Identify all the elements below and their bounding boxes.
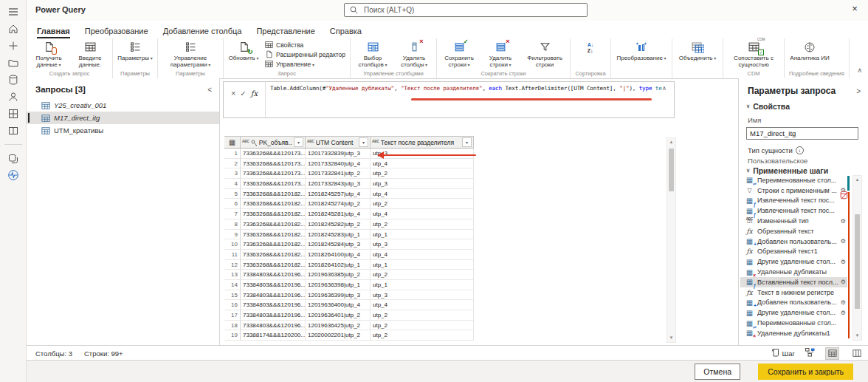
collapse-queries-icon[interactable] bbox=[207, 86, 212, 94]
applied-step[interactable]: Удаленные дубликаты bbox=[740, 267, 847, 277]
scroll-up-icon[interactable] bbox=[853, 176, 861, 184]
column-filter-icon[interactable] bbox=[294, 137, 303, 147]
search-box[interactable] bbox=[344, 3, 588, 17]
collapse-settings-icon[interactable] bbox=[856, 87, 861, 95]
step-settings-gear-icon[interactable] bbox=[841, 310, 846, 316]
column-filter-icon[interactable] bbox=[359, 137, 368, 147]
table-row[interactable]: 11 73363268&&&120182... 12018264100|utp_… bbox=[224, 250, 474, 260]
table-row[interactable]: 16 73384803&&&120196... 12019636400|utp_… bbox=[224, 300, 474, 310]
manage-button[interactable]: Управление bbox=[265, 60, 345, 68]
formula-cancel-icon[interactable] bbox=[231, 86, 235, 99]
database-icon[interactable] bbox=[7, 74, 19, 86]
save-and-close-button[interactable]: Сохранить и закрыть bbox=[758, 364, 853, 380]
query-item[interactable]: UTM_креативы bbox=[27, 124, 219, 137]
column-filter-icon[interactable] bbox=[462, 137, 472, 147]
menu-icon[interactable] bbox=[7, 6, 19, 18]
table-row[interactable]: 10 73363268&&&120182... 12018245284|utp_… bbox=[224, 239, 474, 250]
manage-parameters-button[interactable]: Управление параметрами bbox=[159, 38, 221, 70]
applied-step[interactable]: Добавлен пользователь... bbox=[740, 298, 847, 308]
schema-view-icon[interactable] bbox=[850, 347, 864, 360]
query-name-input[interactable] bbox=[746, 127, 858, 140]
cancel-button[interactable]: Отмена bbox=[695, 364, 740, 380]
table-row[interactable]: 5 73363268&&&120182... 12018245257|utp_4… bbox=[224, 189, 474, 199]
new-icon[interactable] bbox=[7, 40, 19, 52]
applied-step[interactable]: Удаленные дубликаты1 bbox=[740, 328, 847, 338]
combine-button[interactable]: Объединить bbox=[674, 38, 721, 70]
user-icon[interactable] bbox=[7, 91, 19, 103]
close-icon[interactable] bbox=[849, 3, 861, 15]
step-settings-gear-icon[interactable] bbox=[841, 279, 846, 285]
properties-button[interactable]: Свойства bbox=[265, 41, 345, 49]
applied-step[interactable]: Переименованные стол... bbox=[740, 175, 847, 185]
ai-insights-button[interactable]: Аналитика ИИ bbox=[786, 38, 833, 70]
table-row[interactable]: 4 73363268&&&120173... 12017332843|utp_3… bbox=[224, 179, 474, 189]
ribbon-tab[interactable]: Представление bbox=[249, 27, 322, 38]
formula-collapse-icon[interactable] bbox=[662, 82, 674, 117]
applied-step[interactable]: Измененный тип bbox=[740, 216, 847, 226]
get-data-button[interactable]: Получить данные bbox=[28, 38, 69, 70]
column-header-pk[interactable]: ABC PK_объяв... bbox=[241, 137, 306, 148]
column-header-utm-content[interactable]: ABC UTM Content bbox=[306, 137, 371, 148]
step-view-button[interactable]: Шаг bbox=[771, 348, 795, 358]
applied-step[interactable]: Вставленный текст посл... bbox=[740, 277, 847, 287]
layers-icon[interactable] bbox=[7, 152, 19, 164]
applied-step[interactable]: Текст в нижнем регистре bbox=[740, 287, 847, 298]
ribbon-tab[interactable]: Преобразование bbox=[78, 27, 156, 38]
table-row[interactable]: 18 73384803&&&120196... 12019636425|utp_… bbox=[224, 321, 474, 331]
remove-rows-button[interactable]: Удалить строки bbox=[480, 38, 521, 70]
applied-step[interactable]: Обрезанный текст1 bbox=[740, 247, 847, 257]
ribbon-tab[interactable]: Главная bbox=[30, 27, 78, 38]
scroll-down-icon[interactable] bbox=[667, 334, 675, 342]
grid-vertical-scrollbar[interactable] bbox=[666, 137, 676, 343]
delete-step-icon[interactable] bbox=[740, 279, 741, 285]
remove-columns-button[interactable]: Удалить столбцы bbox=[393, 38, 435, 70]
step-settings-gear-icon[interactable] bbox=[841, 259, 846, 265]
advanced-editor-button[interactable]: Расширенный редактор bbox=[265, 50, 345, 58]
table-row[interactable]: 9 73363268&&&120182... 12018245283|utp_1… bbox=[224, 230, 474, 240]
query-item[interactable]: M17_direct_itg bbox=[27, 112, 219, 124]
scroll-up-icon[interactable] bbox=[667, 138, 675, 146]
applied-step[interactable]: Строки с примененным ... bbox=[740, 185, 847, 196]
properties-section[interactable]: Свойства bbox=[739, 100, 868, 112]
step-settings-gear-icon[interactable] bbox=[841, 238, 846, 245]
table-row[interactable]: 19 73388174&&&120200... 12020002201|utp_… bbox=[224, 330, 474, 341]
table-row[interactable]: 13 73384803&&&120196... 12019636385|utp_… bbox=[224, 270, 474, 280]
step-settings-gear-icon[interactable] bbox=[841, 218, 846, 225]
workspace-icon[interactable] bbox=[7, 108, 19, 120]
parameters-button[interactable]: Параметры bbox=[114, 38, 156, 70]
table-row[interactable]: 17 73384803&&&120196... 12019636401|utp_… bbox=[224, 310, 474, 321]
table-row[interactable]: 2 73363268&&&120173... 12017332840|utp_4… bbox=[224, 159, 474, 169]
search-input[interactable] bbox=[362, 5, 587, 15]
scrollbar-thumb[interactable] bbox=[855, 214, 860, 309]
steps-vertical-scrollbar[interactable] bbox=[852, 175, 862, 341]
transform-button[interactable]: Преобразование bbox=[613, 38, 670, 70]
applied-step[interactable]: Переименованные стол... bbox=[740, 318, 847, 328]
table-row[interactable]: 15 73384803&&&120196... 12019636399|utp_… bbox=[224, 290, 474, 301]
applied-step[interactable]: Другие удаленные стол... bbox=[740, 307, 847, 318]
filter-rows-button[interactable]: Фильтровать строки bbox=[521, 38, 568, 70]
applied-step[interactable]: Другие удаленные стол... bbox=[740, 256, 847, 267]
ribbon-collapse-icon[interactable] bbox=[857, 66, 862, 74]
ribbon-tab[interactable]: Справка bbox=[323, 27, 369, 38]
diagram-view-icon[interactable] bbox=[805, 348, 815, 358]
select-all-corner[interactable] bbox=[224, 137, 241, 148]
home-icon[interactable] bbox=[7, 23, 19, 35]
choose-columns-button[interactable]: Выбор столбцов bbox=[352, 38, 393, 70]
step-settings-gear-icon[interactable] bbox=[841, 299, 846, 306]
table-row[interactable]: 8 73363268&&&120182... 12018245282|utp_2… bbox=[224, 219, 474, 230]
applied-step[interactable]: Добавлен пользователь... bbox=[740, 236, 847, 247]
column-header-text-after-delimiter[interactable]: ABC Текст после разделителя bbox=[371, 137, 474, 148]
folder-icon[interactable] bbox=[7, 57, 19, 69]
info-icon[interactable] bbox=[796, 146, 804, 154]
refresh-button[interactable]: Обновить bbox=[225, 38, 262, 70]
applied-step[interactable]: Извлеченный текст пос... bbox=[740, 196, 847, 206]
table-row[interactable]: 6 73363268&&&120182... 12018245274|utp_2… bbox=[224, 199, 474, 209]
applied-step[interactable]: Извлеченный текст пос... bbox=[740, 205, 847, 216]
scroll-down-icon[interactable] bbox=[853, 332, 861, 340]
sort-button[interactable] bbox=[572, 38, 609, 70]
table-row[interactable]: 3 73363268&&&120173... 12017332841|utp_2… bbox=[224, 168, 474, 179]
power-query-pulse-icon[interactable] bbox=[7, 169, 19, 181]
table-row[interactable]: 14 73384803&&&120196... 12019636398|utp_… bbox=[224, 280, 474, 290]
scrollbar-thumb[interactable] bbox=[669, 149, 674, 191]
query-item[interactable]: Y25_creativ_001 bbox=[27, 99, 219, 112]
